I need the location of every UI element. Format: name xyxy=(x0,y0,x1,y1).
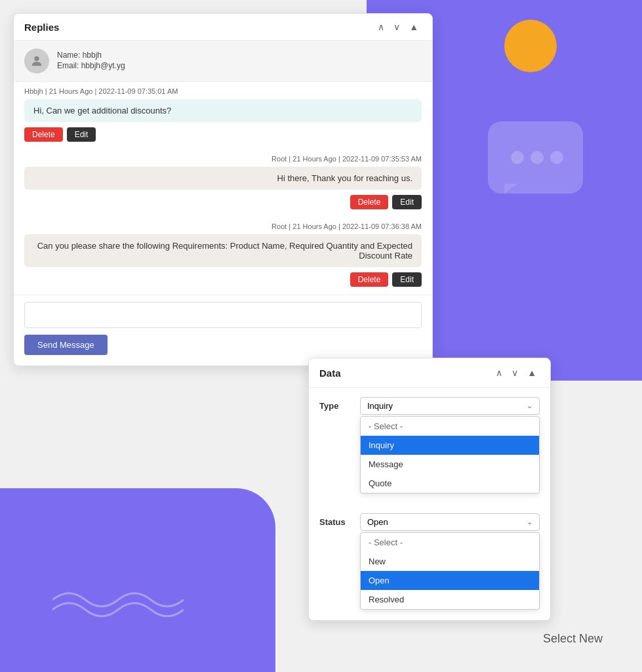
data-panel-header: Data ∧ ∨ ▲ xyxy=(309,358,550,388)
user-info-row: Name: hbbjh Email: hbbjh@yt.yg xyxy=(14,41,432,82)
replies-expand-btn[interactable]: ▲ xyxy=(406,20,422,33)
bg-orange-circle xyxy=(504,20,557,72)
svg-point-2 xyxy=(531,151,544,164)
type-field-label: Type xyxy=(319,397,352,411)
type-option-quote[interactable]: Quote xyxy=(361,474,539,493)
message-meta-1: Hbbjh | 21 Hours Ago | 2022-11-09 07:35:… xyxy=(24,87,422,95)
message-text-1: Hi, Can we get additional discounts? xyxy=(33,106,171,116)
data-collapse-down-btn[interactable]: ∨ xyxy=(508,366,521,379)
type-chevron-icon: ⌄ xyxy=(527,402,532,410)
type-option-message[interactable]: Message xyxy=(361,455,539,474)
edit-btn-2[interactable]: Edit xyxy=(392,195,422,209)
user-name: Name: hbbjh xyxy=(57,51,125,60)
replies-panel: Replies ∧ ∨ ▲ Name: hbbjh Email: hbbjh@y… xyxy=(13,13,433,366)
status-option-open[interactable]: Open xyxy=(361,571,539,590)
status-option-new[interactable]: New xyxy=(361,552,539,571)
message-block-1: Hbbjh | 21 Hours Ago | 2022-11-09 07:35:… xyxy=(14,82,432,150)
type-select-trigger[interactable]: Inquiry ⌄ xyxy=(360,397,540,415)
type-dropdown-list: - Select - Inquiry Message Quote xyxy=(360,416,540,494)
status-option-resolved[interactable]: Resolved xyxy=(361,590,539,609)
status-field-content: Open ⌄ - Select - New Open Resolved xyxy=(360,513,540,610)
data-panel-controls: ∧ ∨ ▲ xyxy=(492,366,540,379)
message-actions-2: Delete Edit xyxy=(24,195,422,209)
message-actions-1: Delete Edit xyxy=(24,127,422,142)
type-option-select[interactable]: - Select - xyxy=(361,417,539,436)
status-select-value: Open xyxy=(367,517,388,527)
delete-btn-1[interactable]: Delete xyxy=(24,127,63,142)
replies-panel-header: Replies ∧ ∨ ▲ xyxy=(14,14,432,41)
status-option-select[interactable]: - Select - xyxy=(361,533,539,552)
svg-point-5 xyxy=(34,56,39,61)
message-block-2: Root | 21 Hours Ago | 2022-11-09 07:35:5… xyxy=(14,150,432,217)
select-new-label: Select New xyxy=(543,632,603,646)
data-panel: Data ∧ ∨ ▲ Type Inquiry ⌄ - Select - Inq… xyxy=(308,358,551,621)
status-field-row: Status Open ⌄ - Select - New Open Resolv… xyxy=(309,504,550,610)
svg-point-1 xyxy=(511,151,524,164)
user-avatar-icon xyxy=(30,54,44,68)
status-chevron-icon: ⌄ xyxy=(527,518,532,526)
replies-panel-title: Replies xyxy=(24,22,59,33)
svg-point-3 xyxy=(550,151,563,164)
bg-wave-icon xyxy=(52,580,184,620)
message-bubble-1: Hi, Can we get additional discounts? xyxy=(24,99,422,122)
replies-collapse-down-btn[interactable]: ∨ xyxy=(390,20,403,33)
message-bubble-2: Hi there, Thank you for reaching us. xyxy=(24,167,422,190)
message-text-3: Can you please share the following Requi… xyxy=(37,241,412,261)
avatar xyxy=(24,49,49,74)
data-collapse-up-btn[interactable]: ∧ xyxy=(492,366,506,379)
status-dropdown-list: - Select - New Open Resolved xyxy=(360,532,540,610)
edit-btn-3[interactable]: Edit xyxy=(392,272,422,287)
delete-btn-2[interactable]: Delete xyxy=(350,195,389,209)
replies-collapse-up-btn[interactable]: ∧ xyxy=(374,20,388,33)
message-meta-3: Root | 21 Hours Ago | 2022-11-09 07:36:3… xyxy=(24,222,422,230)
message-meta-2: Root | 21 Hours Ago | 2022-11-09 07:35:5… xyxy=(24,155,422,163)
message-actions-3: Delete Edit xyxy=(24,272,422,287)
type-option-inquiry[interactable]: Inquiry xyxy=(361,436,539,455)
send-message-btn[interactable]: Send Message xyxy=(24,335,108,355)
status-select-trigger[interactable]: Open ⌄ xyxy=(360,513,540,531)
input-area: Send Message xyxy=(14,295,432,366)
type-field-row: Type Inquiry ⌄ - Select - Inquiry Messag… xyxy=(309,388,550,494)
data-expand-btn[interactable]: ▲ xyxy=(524,366,540,379)
user-email: Email: hbbjh@yt.yg xyxy=(57,61,125,70)
message-input[interactable] xyxy=(24,302,422,328)
type-field-content: Inquiry ⌄ - Select - Inquiry Message Quo… xyxy=(360,397,540,494)
type-select-value: Inquiry xyxy=(367,401,393,411)
replies-panel-controls: ∧ ∨ ▲ xyxy=(374,20,422,33)
message-block-3: Root | 21 Hours Ago | 2022-11-09 07:36:3… xyxy=(14,217,432,295)
message-text-2: Hi there, Thank you for reaching us. xyxy=(277,173,412,183)
edit-btn-1[interactable]: Edit xyxy=(67,127,96,142)
user-details: Name: hbbjh Email: hbbjh@yt.yg xyxy=(57,51,125,72)
status-field-label: Status xyxy=(319,513,352,527)
delete-btn-3[interactable]: Delete xyxy=(350,272,389,287)
bg-chat-bubble-icon xyxy=(485,118,590,210)
message-bubble-3: Can you please share the following Requi… xyxy=(24,234,422,267)
data-panel-title: Data xyxy=(319,368,341,379)
